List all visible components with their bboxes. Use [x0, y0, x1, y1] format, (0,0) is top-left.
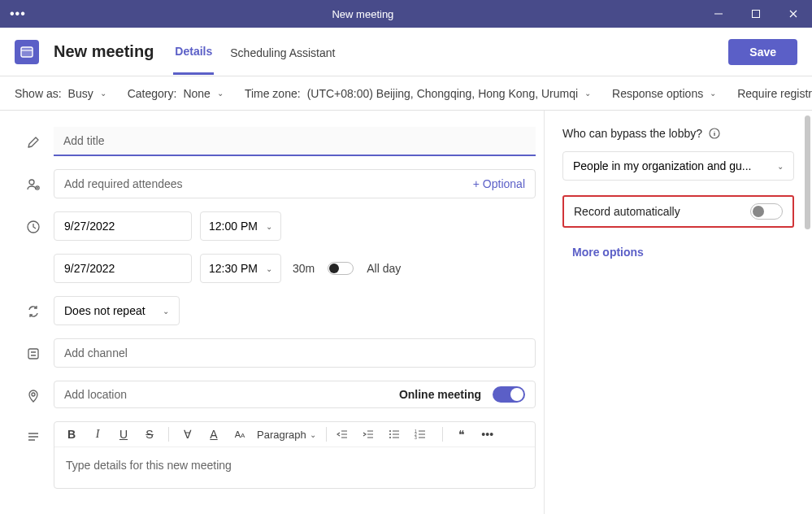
chevron-down-icon: ⌄ [217, 89, 224, 98]
more-options-link[interactable]: More options [562, 246, 794, 259]
pencil-icon [24, 133, 42, 151]
font-color-button[interactable]: A [205, 428, 223, 441]
window-close-button[interactable] [775, 0, 812, 28]
svg-point-10 [389, 437, 391, 438]
paragraph-style-value: Paragraph [257, 429, 306, 441]
lobby-bypass-label: Who can bypass the lobby? [562, 127, 702, 140]
svg-rect-0 [753, 11, 760, 18]
meeting-options-panel: Who can bypass the lobby? People in my o… [544, 111, 812, 514]
title-input[interactable]: Add title [54, 127, 536, 156]
start-date-input[interactable]: 9/27/2022 [54, 211, 192, 241]
svg-point-9 [389, 433, 391, 435]
category-value: None [183, 87, 210, 100]
scrollbar-track [804, 115, 810, 509]
scrollbar-thumb[interactable] [805, 115, 810, 229]
svg-rect-1 [21, 47, 33, 57]
start-time-dropdown[interactable]: 12:00 PM ⌄ [200, 211, 281, 241]
underline-button[interactable]: U [115, 428, 132, 441]
info-icon[interactable] [709, 128, 720, 139]
location-icon [24, 387, 42, 405]
people-icon [24, 176, 42, 194]
chevron-down-icon: ⌄ [584, 89, 591, 98]
paragraph-style-dropdown[interactable]: Paragraph ⌄ [257, 429, 316, 441]
category-dropdown[interactable]: Category: None ⌄ [128, 87, 224, 100]
italic-button[interactable]: I [89, 428, 106, 441]
highlight-button[interactable]: ∀ [179, 428, 197, 441]
description-editor[interactable]: Type details for this new meeting [54, 447, 535, 488]
window-maximize-button[interactable] [737, 0, 775, 28]
window-titlebar: ••• New meeting [0, 0, 812, 28]
attendees-placeholder: Add required attendees [64, 177, 183, 190]
timezone-dropdown[interactable]: Time zone: (UTC+08:00) Beijing, Chongqin… [245, 87, 591, 100]
chevron-down-icon: ⌄ [266, 264, 272, 273]
toolbar-separator [442, 427, 443, 442]
lobby-bypass-dropdown[interactable]: People in my organization and gu... ⌄ [562, 151, 794, 181]
chevron-down-icon: ⌄ [100, 89, 106, 98]
end-date-input[interactable]: 9/27/2022 [54, 254, 192, 283]
quote-button[interactable]: ❝ [453, 428, 471, 441]
show-as-dropdown[interactable]: Show as: Busy ⌄ [15, 87, 106, 100]
window-title: New meeting [26, 8, 700, 20]
svg-point-8 [389, 430, 391, 432]
window-minimize-button[interactable] [700, 0, 737, 28]
calendar-app-icon [15, 40, 39, 64]
indent-button[interactable] [363, 429, 380, 440]
svg-point-7 [32, 393, 35, 396]
meeting-options-strip: Show as: Busy ⌄ Category: None ⌄ Time zo… [0, 76, 812, 111]
app-menu-icon[interactable]: ••• [10, 7, 26, 21]
toolbar-separator [326, 427, 327, 442]
description-icon [24, 428, 42, 446]
svg-point-3 [29, 180, 34, 185]
svg-rect-6 [28, 349, 38, 359]
tab-details[interactable]: Details [173, 28, 214, 75]
start-time-value: 12:00 PM [209, 220, 258, 233]
timezone-label: Time zone: [245, 87, 301, 100]
channel-icon [24, 345, 42, 363]
save-button[interactable]: Save [728, 39, 797, 65]
chevron-down-icon: ⌄ [777, 162, 784, 171]
category-label: Category: [128, 87, 177, 100]
page-title: New meeting [54, 42, 154, 61]
online-meeting-toggle[interactable] [493, 386, 525, 403]
tab-scheduling-assistant[interactable]: Scheduling Assistant [228, 30, 337, 74]
more-formatting-button[interactable]: ••• [479, 428, 497, 441]
recurrence-value: Does not repeat [64, 304, 145, 317]
svg-text:3: 3 [415, 435, 417, 440]
response-options-label: Response options [612, 87, 703, 100]
bold-button[interactable]: B [63, 428, 80, 441]
end-time-value: 12:30 PM [209, 262, 258, 275]
end-time-dropdown[interactable]: 12:30 PM ⌄ [200, 254, 281, 283]
strikethrough-button[interactable]: S [141, 428, 158, 441]
toolbar-separator [168, 427, 169, 442]
add-optional-attendees-link[interactable]: + Optional [473, 177, 525, 190]
bullet-list-button[interactable] [389, 429, 406, 440]
response-options-dropdown[interactable]: Response options ⌄ [612, 87, 716, 100]
meeting-form: Add title Add required attendees + Optio… [0, 111, 544, 514]
online-meeting-label: Online meeting [399, 388, 481, 401]
chevron-down-icon: ⌄ [710, 89, 716, 98]
page-header: New meeting Details Scheduling Assistant… [0, 28, 812, 76]
editor-toolbar: B I U S ∀ A AA Paragraph ⌄ [54, 422, 535, 447]
outdent-button[interactable] [337, 429, 354, 440]
all-day-label: All day [367, 262, 401, 275]
channel-input[interactable]: Add channel [54, 338, 536, 368]
recurrence-dropdown[interactable]: Does not repeat ⌄ [54, 296, 180, 325]
chevron-down-icon: ⌄ [310, 430, 316, 439]
require-registration-dropdown[interactable]: Require registration: N [737, 87, 812, 100]
spacer-icon [24, 260, 42, 278]
duration-label: 30m [293, 262, 315, 275]
record-automatically-label: Record automatically [574, 205, 680, 218]
location-input[interactable]: Add location [64, 388, 388, 401]
show-as-label: Show as: [15, 87, 62, 100]
timezone-value: (UTC+08:00) Beijing, Chongqing, Hong Kon… [307, 87, 578, 100]
chevron-down-icon: ⌄ [163, 307, 169, 316]
record-automatically-toggle[interactable] [750, 203, 783, 220]
all-day-toggle[interactable] [328, 262, 354, 275]
require-registration-label: Require registration: N [737, 87, 812, 100]
show-as-value: Busy [68, 87, 93, 100]
chevron-down-icon: ⌄ [266, 222, 272, 231]
attendees-input[interactable]: Add required attendees + Optional [54, 169, 536, 198]
record-automatically-row: Record automatically [562, 195, 794, 228]
font-size-button[interactable]: AA [231, 429, 249, 439]
numbered-list-button[interactable]: 123 [415, 429, 432, 440]
